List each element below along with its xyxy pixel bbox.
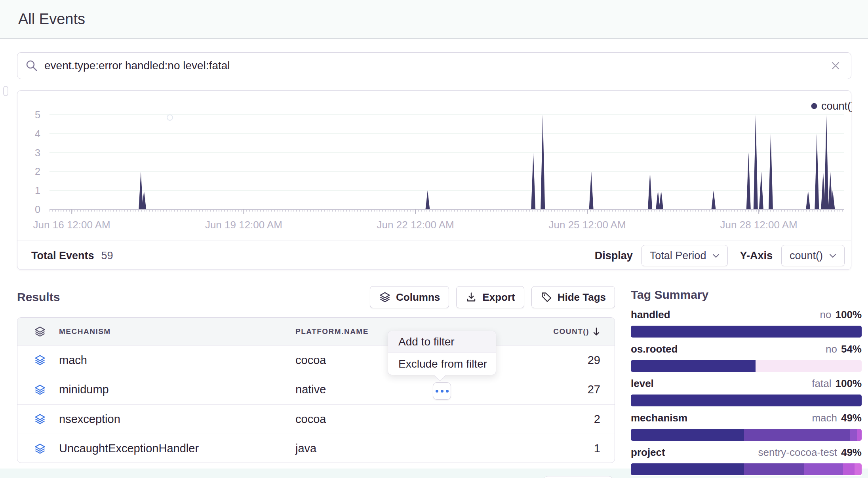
cell-count[interactable]: 2 bbox=[594, 413, 600, 426]
search-icon bbox=[25, 59, 38, 72]
pagination-buttons[interactable] bbox=[544, 476, 613, 478]
table-body: mach cocoa 29 minidump native 27 nsexcep… bbox=[17, 345, 615, 463]
column-header-mechanism[interactable]: MECHANISM bbox=[59, 327, 295, 336]
svg-text:Jun 25 12:00 AM: Jun 25 12:00 AM bbox=[548, 219, 626, 231]
tag-summary-list: handledno100%os.rootedno54%levelfatal100… bbox=[631, 309, 862, 475]
tag-segment bbox=[744, 463, 804, 475]
tag-distribution-bar bbox=[631, 395, 862, 406]
svg-text:4: 4 bbox=[35, 128, 40, 139]
tag-distribution-bar bbox=[631, 326, 862, 338]
display-select[interactable]: Total Period bbox=[641, 245, 728, 266]
tag-icon bbox=[541, 291, 552, 303]
row-actions-button[interactable] bbox=[433, 382, 451, 400]
tag-summary-item: mechanismmach49% bbox=[631, 412, 862, 441]
cell-mechanism[interactable]: mach bbox=[59, 354, 295, 367]
tag-distribution-bar bbox=[631, 429, 862, 441]
chart-footer: Total Events 59 Display Total Period Y-A… bbox=[17, 241, 851, 270]
menu-item-add-to-filter[interactable]: Add to filter bbox=[388, 331, 496, 353]
cell-count[interactable]: 1 bbox=[594, 442, 600, 455]
tag-top-share: 49% bbox=[841, 412, 862, 424]
svg-text:1: 1 bbox=[35, 185, 40, 196]
tag-top-share: 54% bbox=[841, 343, 862, 355]
tag-key: level bbox=[631, 377, 654, 390]
table-row[interactable]: minidump native 27 bbox=[17, 375, 615, 404]
tag-key: handled bbox=[631, 309, 670, 321]
columns-stack-icon bbox=[379, 291, 391, 303]
search-input[interactable]: event.type:error handled:no level:fatal bbox=[44, 59, 830, 72]
tag-top-value: no bbox=[820, 309, 832, 321]
stack-icon[interactable] bbox=[34, 326, 46, 338]
tag-segment bbox=[631, 360, 756, 372]
tag-segment bbox=[855, 463, 861, 475]
tag-key: project bbox=[631, 446, 665, 459]
columns-button[interactable]: Columns bbox=[370, 286, 449, 308]
tag-segment bbox=[631, 463, 744, 475]
stack-icon bbox=[34, 443, 46, 455]
table-row[interactable]: nsexception cocoa 2 bbox=[17, 404, 615, 434]
tag-summary-item: handledno100% bbox=[631, 309, 862, 338]
svg-text:Jun 28 12:00 AM: Jun 28 12:00 AM bbox=[720, 219, 798, 231]
export-button[interactable]: Export bbox=[456, 286, 524, 308]
tag-top-value: sentry-cocoa-test bbox=[758, 446, 837, 458]
cell-count[interactable]: 27 bbox=[588, 383, 600, 396]
panel-drag-handle[interactable] bbox=[3, 86, 8, 96]
tag-summary-panel: Tag Summary handledno100%os.rootedno54%l… bbox=[631, 288, 862, 476]
table-row[interactable]: UncaughtExceptionHandler java 1 bbox=[17, 434, 615, 463]
column-header-count[interactable]: COUNT() bbox=[553, 327, 600, 336]
tag-key: mechanism bbox=[631, 412, 687, 424]
export-button-label: Export bbox=[482, 291, 515, 303]
ellipsis-icon bbox=[436, 390, 438, 393]
columns-button-label: Columns bbox=[396, 291, 440, 303]
hide-tags-button-label: Hide Tags bbox=[558, 291, 606, 303]
tag-segment bbox=[857, 429, 862, 441]
total-events-label: Total Events bbox=[31, 250, 94, 262]
svg-text:2: 2 bbox=[35, 166, 40, 177]
yaxis-select[interactable]: count() bbox=[781, 245, 845, 266]
svg-text:0: 0 bbox=[35, 204, 40, 215]
cell-mechanism[interactable]: UncaughtExceptionHandler bbox=[59, 442, 295, 455]
svg-text:3: 3 bbox=[35, 147, 40, 158]
stack-icon bbox=[34, 384, 46, 396]
chevron-down-icon bbox=[829, 254, 836, 258]
tag-segment bbox=[744, 429, 850, 441]
page-title: All Events bbox=[18, 0, 85, 38]
table-row[interactable]: mach cocoa 29 bbox=[17, 345, 615, 375]
tag-key: os.rooted bbox=[631, 343, 678, 355]
yaxis-label: Y-Axis bbox=[740, 250, 773, 262]
tag-top-value: fatal bbox=[812, 377, 831, 389]
tag-summary-title: Tag Summary bbox=[631, 288, 862, 302]
cell-mechanism[interactable]: nsexception bbox=[59, 413, 295, 426]
tag-top-share: 100% bbox=[836, 377, 862, 389]
events-chart-card: 012345Jun 16 12:00 AMJun 19 12:00 AMJun … bbox=[17, 90, 851, 270]
tag-summary-item: levelfatal100% bbox=[631, 377, 862, 406]
results-table: MECHANISM PLATFORM.NAME COUNT() mach coc… bbox=[17, 317, 615, 463]
sort-desc-icon bbox=[592, 327, 600, 336]
tag-distribution-bar bbox=[631, 463, 862, 475]
svg-text:Jun 22 12:00 AM: Jun 22 12:00 AM bbox=[377, 219, 454, 231]
search-bar[interactable]: event.type:error handled:no level:fatal bbox=[17, 52, 851, 79]
cell-platform[interactable]: cocoa bbox=[295, 413, 454, 426]
tag-distribution-bar bbox=[631, 360, 862, 372]
tag-segment bbox=[631, 326, 862, 338]
results-toolbar: Results Columns Export Hide Tags bbox=[17, 286, 615, 309]
tag-segment bbox=[850, 429, 857, 441]
hide-tags-button[interactable]: Hide Tags bbox=[531, 286, 615, 308]
cell-platform[interactable]: java bbox=[295, 442, 454, 455]
cell-mechanism[interactable]: minidump bbox=[59, 383, 295, 396]
events-chart: 012345Jun 16 12:00 AMJun 19 12:00 AMJun … bbox=[17, 91, 852, 241]
context-menu: Add to filter Exclude from filter bbox=[388, 331, 496, 375]
svg-text:5: 5 bbox=[35, 109, 40, 120]
tag-segment bbox=[631, 429, 744, 441]
cell-platform[interactable]: native bbox=[295, 383, 454, 396]
clear-search-icon[interactable] bbox=[830, 60, 841, 72]
page-header: All Events bbox=[0, 0, 868, 39]
tag-top-value: no bbox=[826, 343, 837, 355]
export-icon bbox=[465, 291, 477, 303]
display-select-value: Total Period bbox=[650, 250, 706, 262]
tag-summary-item: os.rootedno54% bbox=[631, 343, 862, 372]
svg-text:Jun 16 12:00 AM: Jun 16 12:00 AM bbox=[33, 219, 110, 231]
tag-top-share: 100% bbox=[836, 309, 862, 321]
tag-top-value: mach bbox=[812, 412, 837, 424]
chevron-down-icon bbox=[712, 254, 720, 258]
cell-count[interactable]: 29 bbox=[588, 354, 600, 367]
